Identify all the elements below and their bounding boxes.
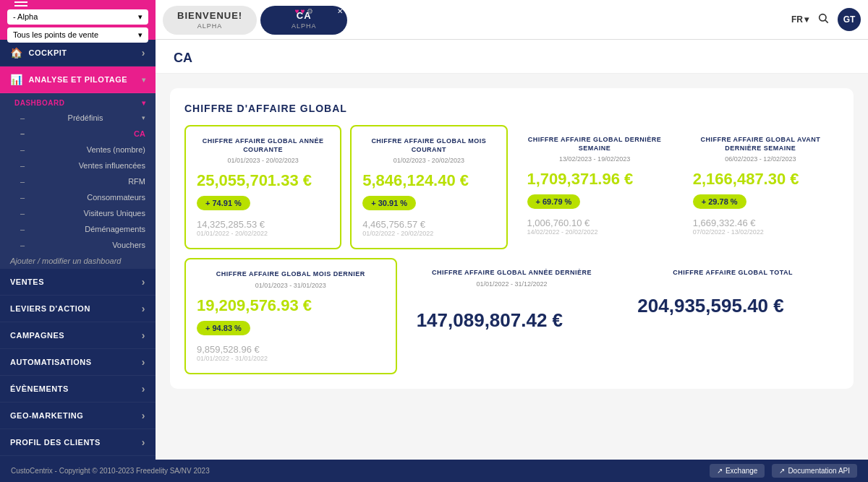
- evenements-arrow-icon: [142, 383, 145, 395]
- card-mois-courant-date: 01/02/2023 - 20/02/2023: [362, 157, 495, 164]
- sidebar: 🏠 COCKPIT 📊 ANALYSE ET PILOTAGE DASHBOAR…: [0, 40, 156, 460]
- sidebar-item-evenements[interactable]: ÉVÈNEMENTS: [0, 376, 156, 403]
- card-derniere-semaine-badge: + 69.79 %: [527, 194, 581, 209]
- ventes-arrow-icon: [142, 276, 145, 288]
- card-annee-courante-title: CHIFFRE AFFAIRE GLOBAL ANNÉE COURANTE: [197, 137, 329, 154]
- sidebar-item-ca[interactable]: – CA: [0, 126, 156, 142]
- card-derniere-semaine-date: 13/02/2023 - 19/02/2023: [527, 155, 663, 163]
- sidebar-item-cockpit[interactable]: 🏠 COCKPIT: [0, 40, 156, 66]
- store-chevron-icon: [138, 12, 142, 22]
- card-mois-dernier-prev-date: 01/01/2022 - 31/01/2022: [197, 355, 385, 362]
- card-avant-derniere-semaine-badge: + 29.78 %: [693, 194, 746, 209]
- tab-ca-close-icon[interactable]: ✕: [337, 7, 343, 15]
- sidebar-item-leviers[interactable]: LEVIERS D'ACTION: [0, 296, 156, 322]
- tab-ca-icons: ♥ ♥ ⚙: [295, 7, 313, 15]
- hamburger-menu[interactable]: [14, 0, 27, 7]
- sidebar-item-add-dashboard[interactable]: Ajouter / modifier un dashboard: [0, 253, 156, 269]
- leviers-arrow-icon: [142, 303, 145, 314]
- card-mois-courant-title: CHIFFRE AFFAIRE GLOBAL MOIS COURANT: [362, 137, 495, 154]
- card-avant-derniere-semaine: CHIFFRE AFFAIRE GLOBAL AVANT DERNIÈRE SE…: [682, 125, 839, 249]
- card-annee-courante-prev-date: 01/01/2022 - 20/02/2022: [197, 230, 329, 237]
- svg-point-0: [820, 14, 826, 21]
- footer-copyright: CustoCentrix - Copyright © 2010-2023 Fre…: [11, 467, 210, 475]
- card-annee-courante-value: 25,055,701.33 €: [197, 171, 329, 190]
- campagnes-arrow-icon: [142, 330, 145, 341]
- card-mois-dernier-badge: + 94.83 %: [197, 321, 250, 335]
- card-total: CHIFFRE AFFAIRE GLOBAL TOTAL 204,935,595…: [626, 258, 839, 374]
- card-derniere-semaine-title: CHIFFRE AFFAIRE GLOBAL DERNIÈRE SEMAINE: [527, 136, 663, 152]
- dashboard-header[interactable]: DASHBOARD: [0, 93, 156, 110]
- sidebar-item-campagnes[interactable]: CAMPAGNES: [0, 322, 156, 349]
- api-icon: ↗: [779, 467, 785, 475]
- card-mois-dernier-title: CHIFFRE AFFAIRE GLOBAL MOIS DERNIER: [197, 270, 385, 279]
- card-mois-courant-prev-value: 4,465,756.57 €: [362, 219, 495, 230]
- automatisations-arrow-icon: [142, 356, 145, 368]
- card-derniere-semaine-value: 1,709,371.96 €: [527, 170, 663, 189]
- heart2-icon: ♥: [301, 7, 305, 15]
- dashboard-header-chevron: [142, 99, 146, 107]
- cards-row-1: CHIFFRE AFFAIRE GLOBAL ANNÉE COURANTE 01…: [184, 125, 839, 249]
- card-mois-dernier-prev-value: 9,859,528.96 €: [197, 344, 385, 355]
- sidebar-item-rfm[interactable]: – RFM: [0, 173, 156, 189]
- page-title: CA: [156, 40, 868, 74]
- sidebar-item-profil-clients[interactable]: PROFIL DES CLIENTS: [0, 429, 156, 456]
- card-mois-dernier: CHIFFRE AFFAIRE GLOBAL MOIS DERNIER 01/0…: [184, 258, 397, 374]
- card-avant-derniere-semaine-title: CHIFFRE AFFAIRE GLOBAL AVANT DERNIÈRE SE…: [693, 136, 828, 152]
- card-annee-courante-date: 01/01/2023 - 20/02/2023: [197, 157, 329, 164]
- sidebar-item-visiteurs-uniques[interactable]: – Visiteurs Uniques: [0, 205, 156, 221]
- card-avant-derniere-semaine-prev-value: 1,669,332.46 €: [693, 218, 828, 228]
- card-annee-courante-prev-value: 14,325,285.53 €: [197, 219, 329, 230]
- card-mois-courant-prev-date: 01/02/2022 - 20/02/2022: [362, 230, 495, 237]
- pos-select[interactable]: Tous les points de vente: [7, 27, 148, 43]
- analyse-arrow-icon: [142, 76, 146, 84]
- sidebar-item-analyse[interactable]: 📊 ANALYSE ET PILOTAGE: [0, 66, 156, 93]
- exchange-button[interactable]: ↗ Exchange: [710, 464, 765, 478]
- sidebar-header: - Alpha Tous les points de vente: [0, 0, 156, 40]
- card-derniere-semaine: CHIFFRE AFFAIRE GLOBAL DERNIÈRE SEMAINE …: [516, 125, 673, 249]
- analyse-icon: 📊: [10, 74, 23, 85]
- card-annee-courante: CHIFFRE AFFAIRE GLOBAL ANNÉE COURANTE 01…: [184, 125, 341, 249]
- language-selector[interactable]: FR: [791, 14, 809, 25]
- sidebar-item-demenagements[interactable]: – Déménagements: [0, 221, 156, 237]
- section-title: CHIFFRE D'AFFAIRE GLOBAL: [184, 103, 839, 114]
- content-body: CHIFFRE D'AFFAIRE GLOBAL CHIFFRE AFFAIRE…: [156, 74, 868, 460]
- cards-row-2: CHIFFRE AFFAIRE GLOBAL MOIS DERNIER 01/0…: [184, 258, 839, 374]
- card-annee-derniere-value: 147,089,807.42 €: [417, 309, 608, 332]
- tab-bienvenue[interactable]: BIENVENUE! ALPHA: [163, 6, 257, 35]
- card-mois-courant: CHIFFRE AFFAIRE GLOBAL MOIS COURANT 01/0…: [350, 125, 507, 249]
- user-avatar[interactable]: GT: [838, 8, 861, 31]
- card-avant-derniere-semaine-date: 06/02/2023 - 12/02/2023: [693, 155, 828, 163]
- api-doc-button[interactable]: ↗ Documentation API: [772, 464, 857, 478]
- card-annee-courante-badge: + 74.91 %: [197, 196, 250, 210]
- card-mois-courant-badge: + 30.91 %: [362, 196, 416, 210]
- card-derniere-semaine-prev-value: 1,006,760.10 €: [527, 218, 663, 228]
- dashboard-section: DASHBOARD – Prédéfinis – CA – Ventes (no…: [0, 93, 156, 269]
- pos-chevron-icon: [138, 30, 142, 40]
- tab-ca-sublabel: ALPHA: [292, 22, 317, 30]
- tab-bar: BIENVENUE! ALPHA ♥ ♥ ⚙ ✕ CA ALPHA: [156, 0, 791, 40]
- sidebar-item-automatisations[interactable]: AUTOMATISATIONS: [0, 349, 156, 376]
- cockpit-icon: 🏠: [10, 47, 23, 59]
- store-select[interactable]: - Alpha: [7, 9, 148, 25]
- sidebar-item-geomarketing[interactable]: GEO-MARKETING: [0, 403, 156, 429]
- card-annee-derniere-date: 01/01/2022 - 31/12/2022: [417, 280, 608, 288]
- main-content: CA CHIFFRE D'AFFAIRE GLOBAL CHIFFRE AFFA…: [156, 40, 868, 460]
- card-mois-courant-value: 5,846,124.40 €: [362, 171, 495, 190]
- card-avant-derniere-semaine-value: 2,166,487.30 €: [693, 170, 828, 189]
- heart-icon: ♥: [295, 7, 299, 15]
- sidebar-item-ventes-nombre[interactable]: – Ventes (nombre): [0, 142, 156, 158]
- sidebar-item-consommateurs[interactable]: – Consommateurs: [0, 189, 156, 205]
- card-derniere-semaine-prev-date: 14/02/2022 - 20/02/2022: [527, 228, 663, 236]
- sidebar-item-vouchers[interactable]: – Vouchers: [0, 237, 156, 253]
- settings-icon: ⚙: [307, 7, 313, 15]
- search-button[interactable]: [817, 12, 829, 27]
- sidebar-item-ventes[interactable]: VENTES: [0, 269, 156, 296]
- tab-ca[interactable]: ♥ ♥ ⚙ ✕ CA ALPHA: [260, 6, 347, 35]
- sidebar-item-ventes-influencees[interactable]: – Ventes influencées: [0, 158, 156, 173]
- sidebar-item-predefinis[interactable]: – Prédéfinis: [0, 110, 156, 126]
- card-total-title: CHIFFRE AFFAIRE GLOBAL TOTAL: [637, 269, 828, 277]
- card-avant-derniere-semaine-prev-date: 07/02/2022 - 13/02/2022: [693, 228, 828, 236]
- card-mois-dernier-value: 19,209,576.93 €: [197, 296, 385, 315]
- footer-buttons: ↗ Exchange ↗ Documentation API: [710, 464, 857, 478]
- tab-bienvenue-label: BIENVENUE!: [177, 10, 242, 21]
